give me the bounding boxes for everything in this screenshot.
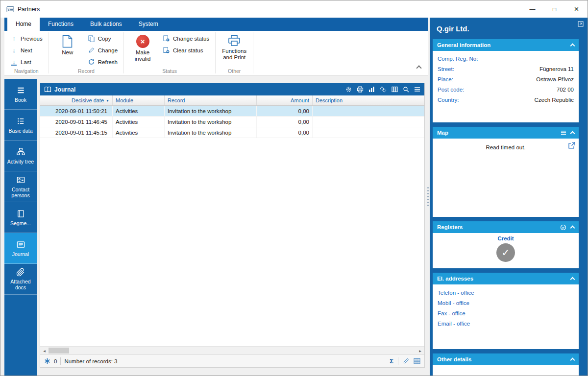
- make-invalid-button[interactable]: × Make invalid: [128, 33, 157, 67]
- map-error-message: Read timed out.: [486, 144, 525, 150]
- maximize-button[interactable]: □: [543, 0, 565, 18]
- tab-functions[interactable]: Functions: [40, 18, 82, 31]
- clear-status-button[interactable]: Clear status: [161, 45, 211, 55]
- section-map: Map Read timed out.: [433, 127, 579, 217]
- columns-icon[interactable]: [392, 86, 398, 93]
- open-external-map-icon[interactable]: [568, 142, 575, 149]
- scroll-right-arrow-icon[interactable]: ▶: [416, 347, 424, 354]
- cell-record: Invitation to the workshop: [165, 127, 257, 138]
- grid-edit-icon[interactable]: [414, 358, 420, 364]
- table-row[interactable]: 2020-09-01 11:46:45 Activities Invitatio…: [40, 117, 424, 127]
- column-header-amount[interactable]: Amount: [257, 95, 313, 105]
- credit-check-badge[interactable]: ✓: [496, 243, 515, 262]
- minimize-button[interactable]: —: [521, 0, 543, 18]
- related-records-icon[interactable]: [44, 358, 50, 364]
- sort-desc-icon: ▼: [106, 99, 109, 102]
- table-row[interactable]: 2020-09-01 11:50:21 Activities Invitatio…: [40, 106, 424, 117]
- column-label: Decisive date: [72, 97, 104, 103]
- address-link-mobil-office[interactable]: Mobil - office: [433, 298, 579, 308]
- search-settings-icon[interactable]: [403, 86, 409, 93]
- sidebar-item-label: Journal: [12, 251, 29, 257]
- ribbon-collapse-chevron-icon[interactable]: [416, 65, 421, 70]
- section-header-registers[interactable]: Registers: [433, 221, 579, 233]
- ribbon-group-status: × Make invalid Change status: [124, 31, 215, 75]
- info-label: Post code:: [438, 87, 464, 93]
- print-icon[interactable]: [357, 86, 364, 93]
- copy-button[interactable]: Copy: [86, 33, 119, 44]
- ribbon: ↑ Previous ↓ Next ↓ Last Navigation: [4, 31, 428, 75]
- section-header-general[interactable]: General information: [433, 39, 579, 51]
- previous-button[interactable]: ↑ Previous: [9, 33, 44, 44]
- panel-splitter[interactable]: [427, 18, 429, 376]
- functions-and-print-button[interactable]: Functions and Print: [220, 33, 248, 67]
- last-button[interactable]: ↓ Last: [9, 57, 44, 67]
- sidebar-item-book[interactable]: Book: [4, 79, 37, 110]
- refresh-label: Refresh: [98, 59, 118, 65]
- sidebar-item-journal[interactable]: Journal: [4, 233, 37, 264]
- new-document-icon: [62, 35, 73, 48]
- sidebar-item-basic-data[interactable]: Basic data: [4, 110, 37, 141]
- address-link-email-office[interactable]: Email - office: [433, 318, 579, 329]
- journal-panel: Journal: [40, 83, 425, 368]
- ribbon-group-navigation: ↑ Previous ↓ Next ↓ Last Navigation: [4, 31, 49, 75]
- credit-register-label: Credit: [433, 235, 579, 241]
- scrollbar-thumb[interactable]: [49, 348, 69, 353]
- info-value: Ostrava-Přívoz: [536, 76, 574, 82]
- settings-gear-icon[interactable]: [345, 86, 352, 93]
- previous-label: Previous: [21, 36, 43, 42]
- section-title: Registers: [437, 224, 463, 230]
- sidebar-item-label: Book: [15, 97, 26, 103]
- copy-label: Copy: [98, 36, 111, 42]
- clear-status-icon: [163, 47, 170, 53]
- app-icon: [6, 5, 14, 13]
- change-status-label: Change status: [173, 36, 209, 42]
- check-icon: ✓: [502, 247, 510, 258]
- ribbon-separator: [253, 32, 253, 73]
- next-button[interactable]: ↓ Next: [9, 45, 44, 55]
- sidebar-item-activity-tree[interactable]: Activity tree: [4, 141, 37, 171]
- address-link-telefon-office[interactable]: Telefon - office: [433, 287, 579, 298]
- sidebar-item-segments[interactable]: Segme...: [4, 202, 37, 233]
- change-button[interactable]: Change: [86, 45, 119, 55]
- scrollbar-track[interactable]: [69, 347, 416, 354]
- section-title: General information: [437, 42, 490, 48]
- check-circle-icon[interactable]: [560, 224, 566, 231]
- table-row[interactable]: 2020-09-01 11:45:15 Activities Invitatio…: [40, 127, 424, 138]
- tab-home[interactable]: Home: [7, 18, 40, 31]
- column-header-record[interactable]: Record: [165, 95, 257, 105]
- close-button[interactable]: ×: [565, 0, 588, 18]
- section-header-other-details[interactable]: Other details: [433, 353, 579, 365]
- edit-pencil-icon[interactable]: [403, 358, 409, 364]
- sidebar-item-contact-persons[interactable]: Contact persons: [4, 171, 37, 202]
- scroll-left-arrow-icon[interactable]: ◀: [40, 347, 49, 354]
- window-controls: — □ ×: [521, 0, 588, 18]
- column-header-decisive-date[interactable]: Decisive date ▼: [40, 95, 113, 105]
- change-status-button[interactable]: Change status: [161, 33, 211, 44]
- grid-status-bar: 0 Number of records: 3 Σ: [40, 354, 424, 367]
- refresh-button[interactable]: Refresh: [86, 57, 119, 67]
- status-bar-tools: Σ: [390, 357, 420, 365]
- sidebar-item-attached-docs[interactable]: Attached docs: [4, 264, 37, 295]
- journal-toolbar: [345, 86, 420, 93]
- map-list-icon[interactable]: [561, 130, 566, 135]
- column-header-description[interactable]: Description: [313, 95, 424, 105]
- menu-icon[interactable]: [414, 86, 420, 93]
- column-header-module[interactable]: Module: [113, 95, 165, 105]
- contact-card-icon: [16, 175, 25, 185]
- group-label-record: Record: [49, 68, 123, 74]
- tab-system[interactable]: System: [130, 18, 167, 31]
- section-registers: Registers Credit ✓: [433, 221, 579, 268]
- tab-bulk-actions[interactable]: Bulk actions: [82, 18, 130, 31]
- sum-icon[interactable]: Σ: [390, 357, 393, 365]
- gears-icon[interactable]: [380, 86, 387, 93]
- address-link-fax-office[interactable]: Fax - office: [433, 308, 579, 318]
- sidebar-item-label: Attached docs: [5, 279, 36, 290]
- chart-icon[interactable]: [368, 86, 375, 93]
- undock-panel-icon[interactable]: [578, 21, 584, 27]
- section-header-el-addresses[interactable]: El. addresses: [433, 273, 579, 284]
- cell-module: Activities: [113, 117, 165, 127]
- new-button[interactable]: New: [53, 33, 82, 67]
- horizontal-scrollbar[interactable]: ◀ ▶: [40, 346, 424, 354]
- section-header-map[interactable]: Map: [433, 127, 579, 139]
- column-label: Amount: [291, 97, 309, 103]
